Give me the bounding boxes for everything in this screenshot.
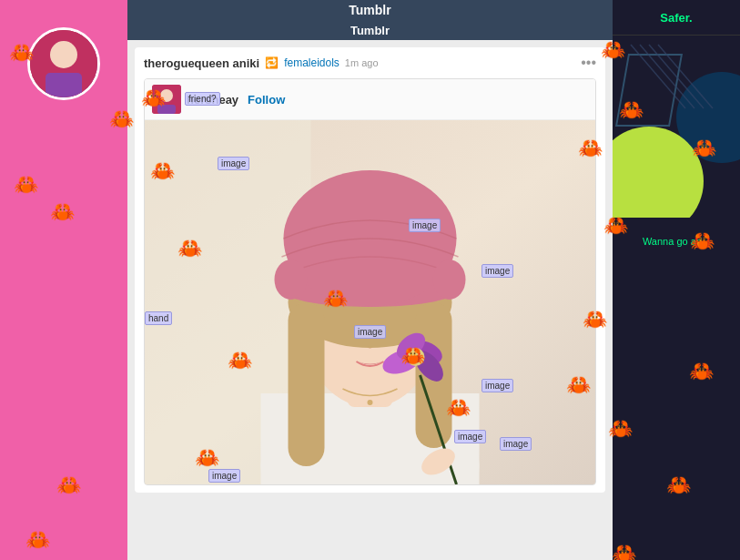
main-content: Tumblr theroguequeen aniki 🔁 femaleidols… — [127, 20, 613, 560]
top-bar: Tumblr — [127, 0, 613, 20]
svg-rect-5 — [157, 105, 176, 114]
follow-button[interactable]: Follow — [248, 93, 285, 107]
svg-rect-17 — [289, 302, 325, 466]
poster-name: theroguequeen aniki — [144, 56, 259, 70]
sub-username: hersheay — [187, 93, 238, 107]
left-sidebar — [0, 0, 127, 560]
svg-line-31 — [631, 45, 685, 108]
ad-bottom-text: Wanna go ad... — [643, 236, 710, 247]
svg-point-1 — [50, 41, 77, 68]
post-header: theroguequeen aniki 🔁 femaleidols 1m ago… — [135, 47, 605, 78]
post-card: theroguequeen aniki 🔁 femaleidols 1m ago… — [135, 47, 605, 493]
svg-line-34 — [658, 45, 713, 108]
svg-line-32 — [640, 45, 694, 108]
svg-rect-2 — [46, 73, 82, 100]
svg-point-28 — [407, 348, 425, 366]
svg-point-30 — [368, 400, 373, 405]
svg-point-22 — [433, 260, 466, 300]
sub-post-header: friend? hersheay Follow friend? — [145, 79, 595, 120]
ad-banner-top[interactable]: Safer. — [613, 0, 740, 36]
more-options-button[interactable]: ••• — [581, 55, 596, 71]
post-image-container: image image image image image image imag… — [145, 120, 595, 484]
right-sidebar: Safer. Wanna go ad... — [613, 0, 740, 560]
ad-banner-bottom[interactable]: Wanna go ad... — [613, 218, 740, 560]
svg-point-21 — [275, 260, 308, 300]
user-avatar[interactable] — [27, 27, 100, 100]
tumblr-header-logo: Tumblr — [350, 24, 390, 37]
post-header-left: theroguequeen aniki 🔁 femaleidols 1m ago — [144, 56, 379, 70]
geometric-art — [613, 36, 740, 218]
ad-top-text: Safer. — [660, 11, 692, 25]
svg-point-4 — [160, 89, 173, 102]
tumblr-logo: Tumblr — [349, 3, 390, 17]
reblog-icon: 🔁 — [265, 56, 279, 69]
sub-post: friend? hersheay Follow friend? — [144, 78, 596, 485]
tag-link[interactable]: femaleidols — [284, 56, 340, 69]
avatar-image — [27, 27, 100, 100]
sub-avatar[interactable] — [152, 85, 181, 114]
svg-line-33 — [649, 45, 704, 108]
timestamp: 1m ago — [345, 57, 379, 68]
